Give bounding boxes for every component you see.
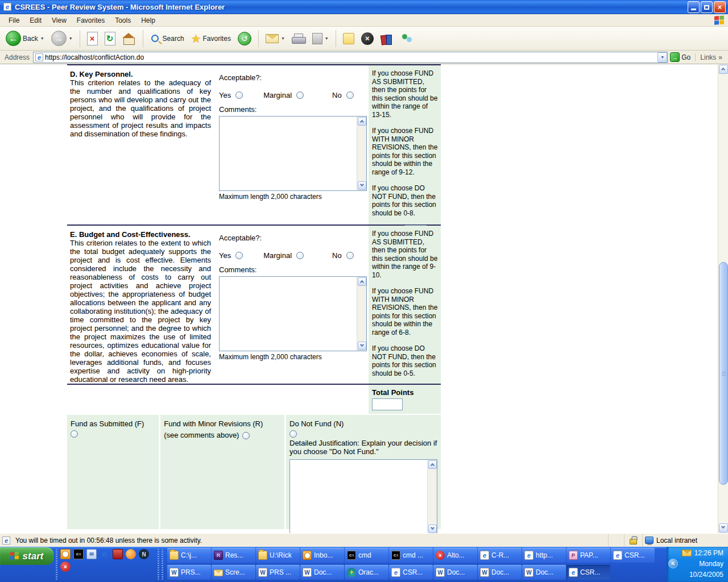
links-chevron-icon[interactable]: » bbox=[718, 53, 722, 61]
taskbar-button-active[interactable]: eCSR... bbox=[566, 565, 610, 580]
minimize-button[interactable] bbox=[688, 1, 700, 13]
dragon-app-icon[interactable] bbox=[113, 549, 123, 559]
history-icon: ↺ bbox=[238, 32, 251, 45]
maximize-button[interactable] bbox=[701, 1, 713, 13]
page-scrollbar[interactable] bbox=[718, 64, 728, 533]
back-dropdown-icon[interactable]: ▼ bbox=[40, 36, 44, 40]
scroll-down-icon[interactable] bbox=[428, 525, 437, 533]
windows-flag-icon bbox=[714, 15, 725, 25]
taskbar-button[interactable]: eC-R... bbox=[478, 548, 522, 563]
mail-dropdown-icon[interactable]: ▼ bbox=[281, 36, 285, 40]
menu-edit[interactable]: Edit bbox=[24, 15, 47, 26]
links-bar[interactable]: Links » bbox=[695, 53, 727, 61]
taskbar-button[interactable]: PPAP... bbox=[566, 548, 610, 563]
textarea-scrollbar[interactable] bbox=[357, 117, 366, 190]
refresh-button[interactable]: ↻ bbox=[102, 31, 118, 47]
forward-dropdown-icon[interactable]: ▼ bbox=[69, 36, 73, 40]
favorites-button[interactable]: ★ Favorites bbox=[189, 32, 233, 45]
drag-handle[interactable] bbox=[56, 549, 57, 580]
taskbar-button[interactable]: WDoc... bbox=[433, 565, 477, 580]
menu-favorites[interactable]: Favorites bbox=[72, 15, 110, 26]
fund-as-submitted-radio[interactable] bbox=[71, 430, 78, 438]
mail-client-icon[interactable]: ✉ bbox=[86, 549, 97, 559]
start-button[interactable]: start bbox=[0, 547, 53, 565]
taskbar-button[interactable]: C:\cmd ... bbox=[389, 548, 433, 563]
taskbar-button[interactable]: WDoc... bbox=[522, 565, 566, 580]
section-e-marginal-radio[interactable] bbox=[296, 252, 304, 259]
mail-button[interactable]: ▼ bbox=[263, 33, 287, 44]
stop-button[interactable]: × bbox=[85, 31, 100, 47]
taskbar-button[interactable]: RRes... bbox=[212, 548, 255, 563]
tray-collapse-icon[interactable]: < bbox=[668, 559, 678, 568]
forward-button[interactable]: → ▼ bbox=[49, 30, 75, 47]
section-e-no-radio[interactable] bbox=[346, 252, 354, 259]
home-button[interactable] bbox=[120, 32, 138, 45]
scroll-up-icon[interactable] bbox=[358, 117, 366, 126]
fund-minor-revisions-radio[interactable] bbox=[242, 432, 250, 439]
internet-explorer-icon[interactable]: e bbox=[100, 549, 110, 559]
section-e-comments-textarea[interactable] bbox=[220, 277, 357, 351]
taskbar-button[interactable]: +Orac... bbox=[345, 565, 388, 580]
messenger-button[interactable] bbox=[399, 32, 416, 45]
textarea-scrollbar[interactable] bbox=[357, 277, 366, 351]
x-app-button[interactable]: × bbox=[359, 31, 376, 46]
search-button[interactable]: Search bbox=[148, 32, 187, 44]
research-button[interactable] bbox=[378, 32, 396, 45]
back-button[interactable]: ← Back ▼ bbox=[3, 30, 47, 47]
menu-help[interactable]: Help bbox=[136, 15, 160, 26]
print-button[interactable] bbox=[289, 32, 308, 45]
cmd-icon[interactable]: C:\ bbox=[73, 549, 84, 559]
scroll-up-icon[interactable] bbox=[428, 460, 437, 469]
discuss-button[interactable] bbox=[341, 32, 357, 45]
taskbar-button[interactable]: Scre... bbox=[212, 565, 255, 580]
taskbar-button[interactable]: WDoc... bbox=[478, 565, 522, 580]
clock-icon[interactable] bbox=[60, 549, 71, 559]
drag-handle[interactable] bbox=[162, 549, 163, 580]
section-e-yes-radio[interactable] bbox=[235, 252, 243, 259]
taskbar-button[interactable]: WPRS... bbox=[167, 565, 211, 580]
justification-textarea[interactable] bbox=[290, 460, 427, 534]
netscape-icon[interactable]: N bbox=[139, 549, 149, 559]
scroll-down-icon[interactable] bbox=[719, 523, 728, 533]
menu-tools[interactable]: Tools bbox=[110, 15, 136, 26]
scroll-up-icon[interactable] bbox=[358, 277, 366, 286]
taskbar-button[interactable]: ×Alto... bbox=[433, 548, 477, 563]
close-button[interactable]: × bbox=[714, 1, 726, 13]
taskbar-button[interactable]: C:\j... bbox=[167, 548, 211, 563]
taskbar-button[interactable]: WPRS ... bbox=[256, 565, 300, 580]
taskbar-button[interactable]: C:\cmd bbox=[345, 548, 388, 563]
section-d-yes-radio[interactable] bbox=[235, 92, 243, 99]
scroll-down-icon[interactable] bbox=[358, 342, 366, 350]
review-form: D. Key Personnel. This criterion relates… bbox=[67, 64, 441, 529]
section-d-no-radio[interactable] bbox=[346, 92, 354, 99]
scrollbar-thumb[interactable] bbox=[719, 262, 728, 485]
word-doc-icon: W bbox=[480, 568, 489, 577]
history-button[interactable]: ↺ bbox=[235, 31, 254, 47]
taskbar-button[interactable]: eCSR... bbox=[611, 548, 655, 563]
textarea-scrollbar[interactable] bbox=[427, 460, 437, 534]
taskbar-button[interactable]: ehttp... bbox=[522, 548, 566, 563]
messenger-icon bbox=[401, 33, 413, 44]
taskbar-button[interactable]: U:\Rick bbox=[256, 548, 300, 563]
new-mail-icon[interactable] bbox=[682, 550, 692, 556]
menu-file[interactable]: File bbox=[3, 15, 24, 26]
scroll-up-icon[interactable] bbox=[719, 65, 728, 74]
taskbar-button[interactable]: WDoc... bbox=[300, 565, 344, 580]
edit-button[interactable]: ▼ bbox=[310, 32, 331, 45]
taskbar-button[interactable]: eCSR... bbox=[389, 565, 433, 580]
scroll-down-icon[interactable] bbox=[358, 181, 366, 190]
menu-view[interactable]: View bbox=[47, 15, 72, 26]
drag-handle[interactable] bbox=[158, 549, 159, 580]
address-input[interactable] bbox=[45, 53, 657, 61]
total-points-input[interactable] bbox=[372, 398, 403, 410]
edit-dropdown-icon[interactable]: ▼ bbox=[325, 36, 329, 40]
do-not-fund-radio[interactable] bbox=[289, 430, 297, 438]
firefox-icon[interactable] bbox=[126, 549, 136, 559]
section-d-marginal-radio[interactable] bbox=[296, 92, 304, 99]
cmd-icon: C:\ bbox=[391, 551, 400, 560]
exceed-x-icon[interactable]: × bbox=[60, 562, 71, 572]
taskbar-button[interactable]: Inbo... bbox=[300, 548, 344, 563]
section-d-comments-textarea[interactable] bbox=[220, 117, 357, 190]
go-button[interactable]: → Go bbox=[668, 52, 695, 62]
address-dropdown-button[interactable]: ▼ bbox=[657, 52, 667, 63]
